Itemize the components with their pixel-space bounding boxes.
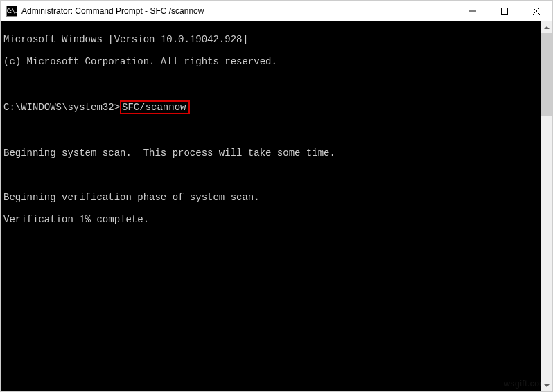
- close-button[interactable]: [520, 1, 552, 21]
- prompt-line: C:\WINDOWS\system32>SFC/scannow: [3, 100, 538, 114]
- output-blank: [3, 170, 538, 181]
- window-controls: [457, 1, 552, 21]
- terminal-output[interactable]: Microsoft Windows [Version 10.0.19042.92…: [1, 21, 541, 391]
- watermark-text: wsgift.com: [504, 379, 547, 389]
- cmd-icon: C:\.: [6, 6, 17, 17]
- command-prompt-window: C:\. Administrator: Command Prompt - SFC…: [0, 0, 553, 392]
- scroll-up-arrow-icon[interactable]: [541, 21, 552, 33]
- window-title: Administrator: Command Prompt - SFC /sca…: [21, 6, 457, 16]
- output-line: Microsoft Windows [Version 10.0.19042.92…: [3, 34, 538, 45]
- output-line: Beginning verification phase of system s…: [3, 192, 538, 203]
- output-blank: [3, 78, 538, 89]
- output-line: (c) Microsoft Corporation. All rights re…: [3, 56, 538, 67]
- prompt-path: C:\WINDOWS\system32>: [3, 102, 120, 113]
- vertical-scrollbar[interactable]: [541, 21, 552, 391]
- content-area: Microsoft Windows [Version 10.0.19042.92…: [1, 21, 552, 391]
- output-line: Beginning system scan. This process will…: [3, 148, 538, 159]
- command-highlight-box: SFC/scannow: [120, 100, 190, 114]
- maximize-button[interactable]: [489, 1, 520, 21]
- svg-rect-1: [502, 8, 508, 15]
- svg-marker-4: [544, 26, 550, 29]
- output-line: Verification 1% complete.: [3, 214, 538, 225]
- output-blank: [3, 125, 538, 136]
- titlebar[interactable]: C:\. Administrator: Command Prompt - SFC…: [1, 1, 552, 21]
- command-text: SFC/scannow: [122, 102, 186, 113]
- scroll-thumb[interactable]: [541, 33, 552, 116]
- minimize-button[interactable]: [457, 1, 489, 21]
